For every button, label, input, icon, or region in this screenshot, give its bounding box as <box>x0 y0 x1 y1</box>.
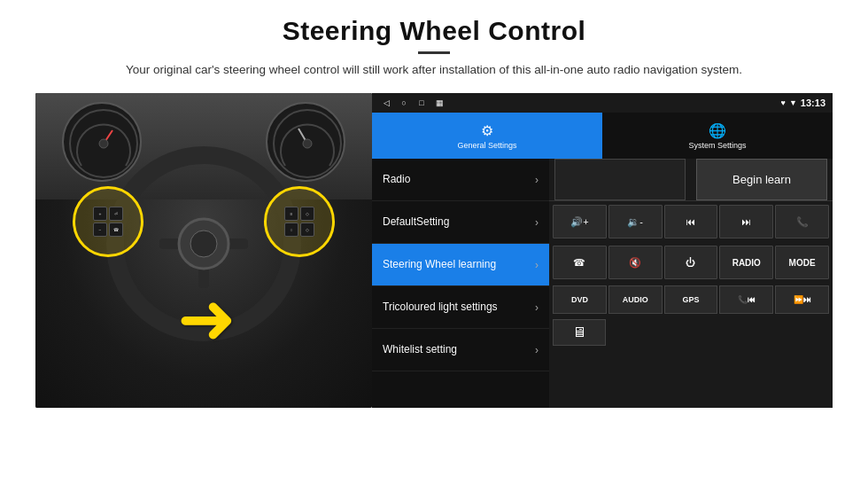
highlight-right: ≡ ◇ ○ ◇ <box>264 186 335 257</box>
power-button[interactable]: ⏻ <box>664 246 718 279</box>
audio-button[interactable]: AUDIO <box>608 285 663 314</box>
back-icon[interactable]: ◁ <box>379 96 393 110</box>
menu-radio-label: Radio <box>383 173 410 187</box>
radio-button[interactable]: RADIO <box>719 246 773 279</box>
nav-icons: ◁ ○ □ ▦ <box>379 96 446 110</box>
svg-point-9 <box>190 230 217 257</box>
call-button[interactable]: 📞 <box>775 205 829 238</box>
highlight-left: + ⏎ − ☎ <box>73 186 143 257</box>
status-right: ♥ ▼ 13:13 <box>781 98 825 108</box>
prev-track-button[interactable]: ⏮ <box>664 205 718 238</box>
chevron-right-icon-5: › <box>535 344 539 356</box>
tab-system-label: System Settings <box>688 141 746 150</box>
subtitle: Your original car's steering wheel contr… <box>126 61 742 79</box>
menu-whitelist-label: Whitelist setting <box>383 343 457 357</box>
chevron-right-icon-4: › <box>535 301 539 314</box>
menu-steering-label: Steering Wheel learning <box>383 258 496 272</box>
menu-item-radio[interactable]: Radio › <box>372 159 549 201</box>
menu-item-default[interactable]: DefaultSetting › <box>372 201 549 244</box>
content-area: + ⏎ − ☎ ≡ ◇ ○ ◇ ➜ <box>35 93 833 408</box>
android-ui: ◁ ○ □ ▦ ♥ ▼ 13:13 ⚙ General Settings <box>372 93 833 408</box>
arrow-indicator: ➜ <box>177 284 236 355</box>
wifi-icon: ▼ <box>789 98 797 107</box>
control-buttons-row2: ☎ 🔇 ⏻ RADIO MODE <box>549 242 833 283</box>
tab-general-settings[interactable]: ⚙ General Settings <box>372 113 602 159</box>
svg-point-3 <box>303 139 312 148</box>
steering-wheel-image: + ⏎ − ☎ ≡ ◇ ○ ◇ ➜ <box>35 93 372 408</box>
right-control-panel: Begin learn 🔊+ 🔉- ⏮ ⏭ 📞 ☎ 🔇 ⏻ <box>549 159 833 408</box>
dvd-button[interactable]: DVD <box>553 285 607 314</box>
display-button[interactable]: 🖥 <box>553 319 606 346</box>
learn-input-box <box>554 159 686 200</box>
control-buttons-row3: DVD AUDIO GPS 📞⏮ ⏩⏭ <box>549 283 833 316</box>
mute-button[interactable]: 🔇 <box>608 246 663 279</box>
gps-icon: ♥ <box>781 98 786 107</box>
answer-call-button[interactable]: ☎ <box>553 246 607 279</box>
globe-icon: 🌐 <box>709 122 726 139</box>
menu-default-label: DefaultSetting <box>383 215 449 230</box>
menu-item-steering[interactable]: Steering Wheel learning › <box>372 244 549 286</box>
menu-item-tricolour[interactable]: Tricoloured light settings › <box>372 286 549 329</box>
next-track-button[interactable]: ⏭ <box>719 205 773 238</box>
status-bar: ◁ ○ □ ▦ ♥ ▼ 13:13 <box>372 93 833 113</box>
gps-button[interactable]: GPS <box>664 285 718 314</box>
clock: 13:13 <box>801 98 825 108</box>
vol-down-button[interactable]: 🔉- <box>608 205 663 238</box>
call-prev-button[interactable]: 📞⏮ <box>719 285 773 314</box>
mode-button[interactable]: MODE <box>775 246 829 279</box>
content-row: Radio › DefaultSetting › Steering Wheel … <box>372 159 833 408</box>
title-divider <box>418 51 450 54</box>
title-section: Steering Wheel Control Your original car… <box>126 16 742 79</box>
control-buttons-row1: 🔊+ 🔉- ⏮ ⏭ 📞 <box>549 201 833 242</box>
chevron-right-icon-3: › <box>535 259 539 271</box>
fast-fwd-button[interactable]: ⏩⏭ <box>775 285 829 314</box>
tab-general-label: General Settings <box>457 141 516 150</box>
tab-bar: ⚙ General Settings 🌐 System Settings <box>372 113 833 159</box>
chevron-right-icon: › <box>535 174 539 186</box>
home-icon[interactable]: ○ <box>397 96 411 110</box>
chevron-right-icon-2: › <box>535 216 539 229</box>
recent-icon[interactable]: □ <box>415 96 429 110</box>
tab-system-settings[interactable]: 🌐 System Settings <box>602 113 833 159</box>
settings-gear-icon: ⚙ <box>481 122 493 139</box>
page-title: Steering Wheel Control <box>126 16 742 46</box>
menu-list: Radio › DefaultSetting › Steering Wheel … <box>372 159 549 408</box>
menu-tricolour-label: Tricoloured light settings <box>383 301 498 315</box>
control-buttons-row4: 🖥 <box>549 316 833 348</box>
screenshot-icon[interactable]: ▦ <box>432 96 446 110</box>
begin-learn-button[interactable]: Begin learn <box>696 159 827 200</box>
menu-item-whitelist[interactable]: Whitelist setting › <box>372 329 549 371</box>
top-row: Begin learn <box>549 159 833 201</box>
vol-up-button[interactable]: 🔊+ <box>553 205 607 238</box>
